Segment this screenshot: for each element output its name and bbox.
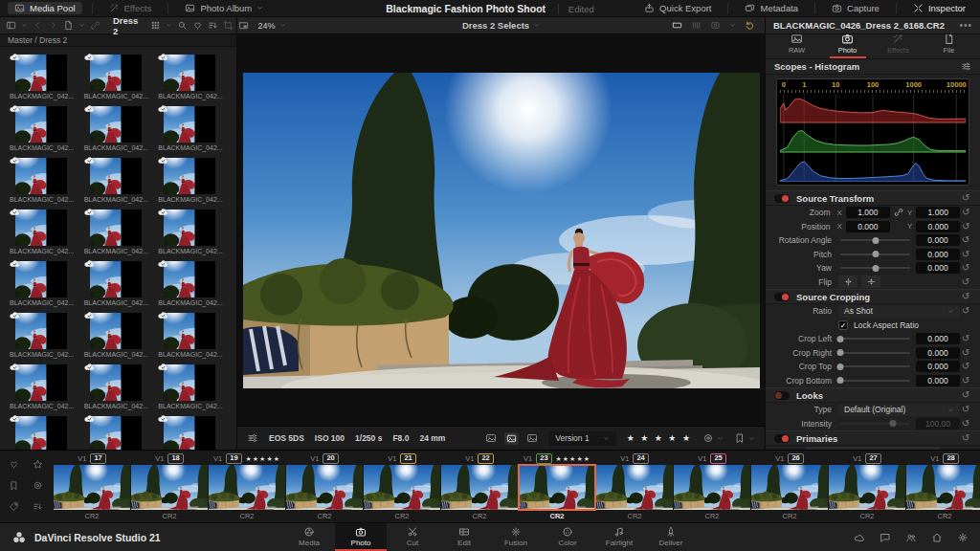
- reset-icon[interactable]: ↺: [960, 376, 971, 386]
- slider-track[interactable]: [840, 423, 910, 425]
- media-pool-item[interactable]: BLACKMAGIC_042...: [84, 209, 151, 254]
- page-tab-fusion[interactable]: Fusion: [490, 523, 542, 551]
- flip-horizontal-button[interactable]: [838, 276, 858, 288]
- reset-icon[interactable]: ↺: [960, 222, 971, 231]
- multi-view-icon[interactable]: [691, 20, 702, 31]
- reset-icon[interactable]: ↺: [960, 362, 971, 371]
- chevron-down-icon[interactable]: [78, 22, 85, 29]
- forward-icon[interactable]: [48, 20, 58, 31]
- badge-icon[interactable]: [33, 480, 43, 491]
- bookmark-dropdown[interactable]: [734, 432, 755, 444]
- bookmark-icon[interactable]: [9, 480, 19, 491]
- inspector-tab-photo[interactable]: Photo: [830, 34, 866, 58]
- media-pool-item[interactable]: BLACKMAGIC_042...: [10, 416, 77, 450]
- filmstrip-clip-23[interactable]: V123★★★★★CR2: [519, 452, 595, 522]
- clip-thumbnail[interactable]: [519, 465, 595, 510]
- filmstrip-clip-18[interactable]: V118CR2: [131, 452, 208, 522]
- page-tab-fairlight[interactable]: Fairlight: [593, 523, 645, 551]
- apply-grade-icon[interactable]: [504, 432, 519, 445]
- media-pool-item[interactable]: BLACKMAGIC_042...: [10, 364, 77, 409]
- value-field[interactable]: 0.000: [916, 234, 960, 246]
- section-header-looks[interactable]: Looks↺: [766, 387, 980, 403]
- link-icon[interactable]: [894, 208, 903, 217]
- value-field-x[interactable]: 1.000: [846, 207, 890, 218]
- cloud-icon[interactable]: [854, 532, 865, 543]
- messages-icon[interactable]: [880, 532, 891, 543]
- breadcrumb[interactable]: Master / Dress 2: [0, 34, 236, 47]
- value-field[interactable]: 100.00: [916, 418, 960, 430]
- media-pool-item[interactable]: BLACKMAGIC_042...: [10, 106, 77, 151]
- filmstrip-clip-25[interactable]: V125CR2: [674, 452, 750, 522]
- overlay-icon[interactable]: [710, 20, 721, 31]
- slider-track[interactable]: [840, 253, 910, 255]
- scopes-header[interactable]: Scopes - Histogram: [766, 59, 980, 75]
- metadata-button[interactable]: Metadata: [738, 2, 805, 14]
- media-pool-item[interactable]: BLACKMAGIC_042...: [10, 158, 77, 203]
- page-tab-photo[interactable]: Photo: [335, 523, 387, 551]
- value-field[interactable]: 0.000: [916, 361, 960, 372]
- value-field[interactable]: 0.000: [916, 375, 960, 386]
- scopes-options-icon[interactable]: [961, 61, 971, 72]
- page-tab-cut[interactable]: Cut: [387, 523, 438, 551]
- options-menu[interactable]: •••: [959, 20, 972, 31]
- reset-icon[interactable]: ↺: [960, 277, 971, 287]
- reset-grade-icon[interactable]: [745, 20, 755, 31]
- value-field-y[interactable]: 0.000: [916, 221, 960, 232]
- effects-button[interactable]: Effects: [102, 2, 159, 14]
- selects-dropdown[interactable]: Dress 2 Selects: [462, 20, 540, 31]
- inspector-tab-file[interactable]: File: [931, 34, 968, 58]
- clip-thumbnail[interactable]: [829, 465, 905, 510]
- media-pool-item[interactable]: BLACKMAGIC_042...: [84, 55, 151, 99]
- value-field[interactable]: 0.000: [916, 333, 960, 344]
- reset-icon[interactable]: ↺: [960, 334, 971, 343]
- clip-thumbnail[interactable]: [54, 465, 130, 510]
- media-pool-item[interactable]: BLACKMAGIC_042...: [158, 158, 225, 203]
- filmstrip-clip-27[interactable]: V127CR2: [829, 452, 905, 522]
- clip-thumbnail[interactable]: [131, 465, 208, 510]
- clip-thumbnail[interactable]: [209, 465, 285, 510]
- section-enable-toggle[interactable]: [774, 391, 790, 400]
- media-pool-item[interactable]: BLACKMAGIC_042...: [158, 313, 225, 358]
- remove-grade-icon[interactable]: [526, 432, 538, 444]
- inspector-tab-effects[interactable]: Effects: [880, 34, 917, 58]
- value-field-y[interactable]: 1.000: [916, 207, 960, 218]
- reset-icon[interactable]: ↺: [960, 235, 971, 245]
- reset-icon[interactable]: ↺: [960, 193, 971, 203]
- page-tab-edit[interactable]: Edit: [438, 523, 490, 551]
- page-tab-media[interactable]: Media: [283, 523, 335, 551]
- sort-icon[interactable]: [33, 501, 43, 512]
- clip-thumbnail[interactable]: [906, 465, 980, 510]
- section-header-primaries[interactable]: Primaries↺: [766, 430, 980, 446]
- media-pool-item[interactable]: BLACKMAGIC_042...: [158, 364, 225, 409]
- media-pool-item[interactable]: BLACKMAGIC_042...: [84, 313, 151, 358]
- value-field[interactable]: 0.000: [916, 249, 960, 260]
- clip-thumbnail[interactable]: [286, 465, 363, 510]
- media-pool-button[interactable]: Media Pool: [8, 2, 82, 14]
- inspector-button[interactable]: Inspector: [906, 2, 972, 14]
- back-icon[interactable]: [33, 20, 43, 31]
- media-pool-item[interactable]: BLACKMAGIC_042...: [84, 158, 151, 203]
- chevron-down-icon[interactable]: [166, 22, 172, 29]
- reset-icon[interactable]: ↺: [960, 390, 971, 400]
- auto-balance-button[interactable]: Auto Balance: [806, 447, 940, 450]
- grid-view-icon[interactable]: [150, 20, 161, 31]
- home-icon[interactable]: [931, 532, 943, 543]
- reset-icon[interactable]: ↺: [960, 419, 971, 429]
- slider-track[interactable]: [840, 365, 910, 367]
- section-header-source-transform[interactable]: Source Transform↺: [766, 190, 980, 206]
- grab-still-icon[interactable]: [485, 432, 497, 444]
- reset-icon[interactable]: ↺: [960, 263, 971, 273]
- page-tab-color[interactable]: Color: [542, 523, 593, 551]
- slider-track[interactable]: [840, 352, 910, 354]
- section-enable-toggle[interactable]: [774, 293, 790, 301]
- tag-icon[interactable]: [9, 501, 19, 512]
- value-field[interactable]: 0.000: [916, 262, 960, 274]
- single-view-icon[interactable]: [672, 20, 682, 31]
- version-dropdown[interactable]: Version 1: [548, 431, 615, 446]
- media-pool-item[interactable]: BLACKMAGIC_042...: [10, 55, 77, 99]
- filmstrip-clip-24[interactable]: V124CR2: [596, 452, 673, 522]
- media-pool-item[interactable]: BLACKMAGIC_042...: [158, 416, 225, 450]
- inspector-tab-raw[interactable]: RAW: [779, 34, 815, 58]
- dropdown[interactable]: As Shot: [838, 305, 960, 318]
- clip-thumbnail[interactable]: [751, 465, 828, 510]
